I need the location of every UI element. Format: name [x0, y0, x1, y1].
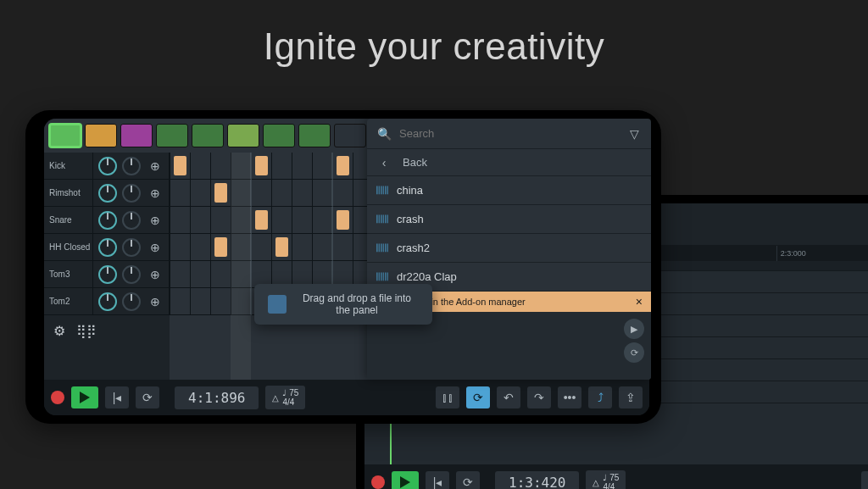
pattern-slot[interactable] [49, 124, 81, 147]
track-knob[interactable] [122, 265, 141, 284]
step-cell[interactable] [333, 180, 353, 207]
rewind-button[interactable]: |◂ [105, 386, 129, 408]
step-cell[interactable] [170, 180, 191, 207]
step-cell[interactable] [211, 153, 231, 180]
track-knob[interactable] [98, 211, 117, 230]
step-cell[interactable] [252, 234, 272, 261]
pattern-slot[interactable] [156, 124, 188, 147]
track-knob[interactable] [122, 184, 141, 203]
mixer-icon[interactable]: ⫿⫿ [436, 386, 459, 408]
track-row[interactable]: Tom3 ⊕ [44, 261, 170, 288]
rewind-button[interactable]: |◂ [426, 471, 449, 489]
track-knob[interactable] [122, 157, 141, 175]
step-cell[interactable] [191, 261, 211, 288]
step-cell[interactable] [313, 207, 333, 234]
step-cell[interactable] [170, 207, 191, 234]
sound-item[interactable]: ⦀⦀⦀china [367, 176, 651, 205]
filter-icon[interactable]: ▽ [626, 127, 643, 141]
step-cell[interactable] [211, 288, 231, 315]
step-cell[interactable] [231, 180, 252, 207]
track-add-button[interactable]: ⊕ [146, 211, 164, 230]
preview-play-button[interactable]: ▶ [624, 319, 644, 339]
time-display[interactable]: 1:3:420 [495, 471, 579, 490]
more-icon[interactable]: ••• [558, 386, 581, 408]
step-cell[interactable] [292, 180, 313, 207]
mixer-button[interactable]: ♪ [861, 471, 868, 489]
track-knob[interactable] [98, 238, 117, 257]
step-cell[interactable] [191, 180, 211, 207]
step-cell[interactable] [313, 153, 333, 180]
pattern-slot[interactable] [298, 124, 331, 147]
undo-button[interactable]: ↶ [497, 386, 520, 408]
step-cell[interactable] [231, 207, 252, 234]
loop-button[interactable]: ⟳ [136, 386, 159, 408]
share-button[interactable]: ⤴ [588, 386, 612, 408]
back-button[interactable]: ‹ Back [367, 149, 651, 176]
step-cell[interactable] [211, 234, 231, 261]
track-knob[interactable] [98, 265, 117, 284]
step-cell[interactable] [191, 207, 211, 234]
step-cell[interactable] [211, 261, 231, 288]
step-cell[interactable] [333, 234, 353, 261]
step-cell[interactable] [231, 153, 252, 180]
step-cell[interactable] [252, 180, 272, 207]
track-knob[interactable] [98, 184, 117, 203]
pattern-slot[interactable] [192, 124, 224, 147]
step-cell[interactable] [272, 234, 292, 261]
track-knob[interactable] [122, 238, 141, 257]
pattern-slot[interactable] [227, 124, 259, 147]
track-add-button[interactable]: ⊕ [146, 292, 164, 311]
step-cell[interactable] [170, 261, 191, 288]
track-row[interactable]: Rimshot ⊕ [44, 180, 170, 207]
time-display[interactable]: 4:1:896 [175, 386, 259, 409]
sound-item[interactable]: ⦀⦀⦀crash [367, 205, 651, 234]
sync-icon[interactable]: ⟳ [466, 386, 490, 408]
track-row[interactable]: Kick ⊕ [44, 153, 170, 180]
step-cell[interactable] [211, 180, 231, 207]
step-cell[interactable] [292, 153, 313, 180]
step-cell[interactable] [272, 153, 292, 180]
step-cell[interactable] [292, 234, 313, 261]
step-cell[interactable] [252, 153, 272, 180]
step-cell[interactable] [191, 288, 211, 315]
step-cell[interactable] [313, 234, 333, 261]
pattern-slot[interactable] [85, 124, 117, 147]
redo-button[interactable]: ↷ [527, 386, 551, 408]
search-input[interactable] [399, 127, 619, 140]
pattern-slot[interactable] [334, 124, 366, 147]
step-cell[interactable] [170, 153, 191, 180]
track-row[interactable]: HH Closed ⊕ [44, 234, 170, 261]
preview-loop-button[interactable]: ⟳ [624, 342, 644, 363]
step-cell[interactable] [313, 180, 333, 207]
step-cell[interactable] [333, 207, 353, 234]
step-cell[interactable] [211, 207, 231, 234]
waveform-icon[interactable]: ⢿⡿ [76, 320, 97, 341]
search-icon[interactable]: 🔍 [376, 127, 392, 141]
step-cell[interactable] [231, 234, 252, 261]
loop-button[interactable]: ⟳ [456, 471, 480, 489]
step-cell[interactable] [170, 288, 191, 315]
track-knob[interactable] [98, 157, 117, 175]
step-cell[interactable] [231, 261, 252, 288]
track-add-button[interactable]: ⊕ [146, 265, 164, 284]
step-cell[interactable] [191, 153, 211, 180]
track-row[interactable]: Snare ⊕ [44, 207, 170, 234]
tempo-display[interactable]: △ ♩ 75 4/4 [265, 386, 305, 409]
track-knob[interactable] [98, 292, 117, 311]
step-cell[interactable] [292, 207, 313, 234]
export-button[interactable]: ⇪ [619, 386, 643, 408]
track-add-button[interactable]: ⊕ [146, 238, 164, 257]
close-icon[interactable]: × [636, 295, 643, 308]
track-add-button[interactable]: ⊕ [146, 184, 164, 203]
pattern-slot[interactable] [263, 124, 295, 147]
tempo-display[interactable]: △ ♩ 75 4/4 [586, 470, 626, 489]
step-cell[interactable] [191, 234, 211, 261]
sound-item[interactable]: ⦀⦀⦀crash2 [367, 234, 651, 263]
record-button[interactable] [51, 391, 64, 404]
step-cell[interactable] [272, 207, 292, 234]
step-cell[interactable] [231, 288, 252, 315]
step-cell[interactable] [170, 234, 191, 261]
track-knob[interactable] [122, 292, 141, 311]
track-add-button[interactable]: ⊕ [146, 157, 164, 175]
play-button[interactable] [392, 471, 419, 489]
